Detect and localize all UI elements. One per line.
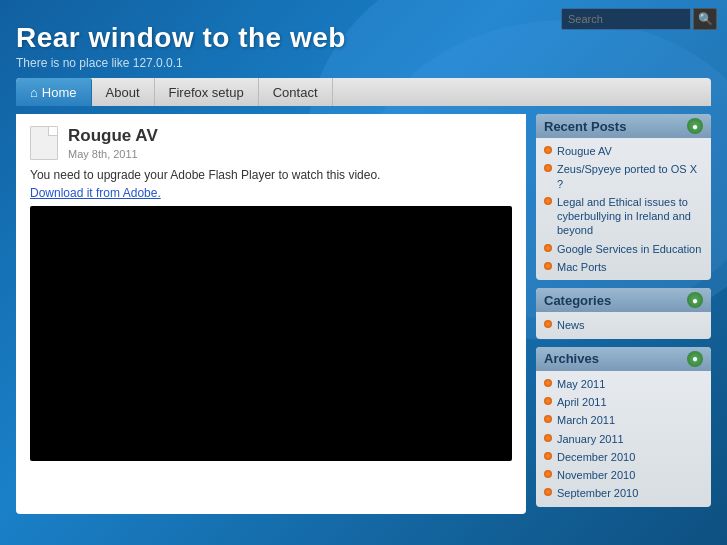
nav-label-firefox: Firefox setup (169, 85, 244, 100)
categories-icon: ● (687, 292, 703, 308)
nav-item-contact[interactable]: Contact (259, 78, 333, 106)
dot-icon (544, 320, 552, 328)
main-layout: Rougue AV May 8th, 2011 You need to upgr… (0, 114, 727, 514)
list-item[interactable]: News (544, 318, 703, 332)
dot-icon (544, 164, 552, 172)
list-item[interactable]: Legal and Ethical issues to cyberbullyin… (544, 195, 703, 238)
recent-posts-header: Recent Posts ● (536, 114, 711, 138)
archive-4: January 2011 (557, 432, 624, 446)
dot-icon (544, 244, 552, 252)
list-item[interactable]: Google Services in Education (544, 242, 703, 256)
list-item[interactable]: Zeus/Spyeye ported to OS X ? (544, 162, 703, 191)
nav-label-about: About (106, 85, 140, 100)
post-meta: Rougue AV May 8th, 2011 (68, 126, 158, 160)
video-player (30, 206, 512, 461)
archive-1: May 2011 (557, 377, 605, 391)
archives-body: May 2011 April 2011 March 2011 January 2… (536, 371, 711, 507)
video-download-link[interactable]: Download it from Adobe. (30, 186, 512, 200)
list-item[interactable]: March 2011 (544, 413, 703, 427)
dot-icon (544, 488, 552, 496)
nav-label-home: Home (42, 85, 77, 100)
dot-icon (544, 470, 552, 478)
recent-post-1: Rougue AV (557, 144, 612, 158)
sidebar: Recent Posts ● Rougue AV Zeus/Spyeye por… (536, 114, 711, 514)
list-item[interactable]: September 2010 (544, 486, 703, 500)
nav-item-firefox[interactable]: Firefox setup (155, 78, 259, 106)
header: 🔍 Rear window to the web There is no pla… (0, 0, 727, 78)
recent-post-2: Zeus/Spyeye ported to OS X ? (557, 162, 703, 191)
archive-3: March 2011 (557, 413, 615, 427)
archive-2: April 2011 (557, 395, 607, 409)
dot-icon (544, 197, 552, 205)
archive-6: November 2010 (557, 468, 635, 482)
nav-item-home[interactable]: ⌂ Home (16, 78, 92, 106)
list-item[interactable]: Mac Ports (544, 260, 703, 274)
list-item[interactable]: December 2010 (544, 450, 703, 464)
dot-icon (544, 146, 552, 154)
post-title: Rougue AV (68, 126, 158, 146)
site-subtitle: There is no place like 127.0.0.1 (16, 56, 711, 70)
search-icon: 🔍 (698, 12, 713, 26)
list-item[interactable]: November 2010 (544, 468, 703, 482)
list-item[interactable]: May 2011 (544, 377, 703, 391)
recent-posts-widget: Recent Posts ● Rougue AV Zeus/Spyeye por… (536, 114, 711, 280)
dot-icon (544, 262, 552, 270)
post-date: May 8th, 2011 (68, 148, 158, 160)
list-item[interactable]: Rougue AV (544, 144, 703, 158)
recent-post-3: Legal and Ethical issues to cyberbullyin… (557, 195, 703, 238)
recent-posts-title: Recent Posts (544, 119, 626, 134)
nav-item-about[interactable]: About (92, 78, 155, 106)
recent-post-5: Mac Ports (557, 260, 607, 274)
categories-title: Categories (544, 293, 611, 308)
search-button[interactable]: 🔍 (693, 8, 717, 30)
recent-posts-body: Rougue AV Zeus/Spyeye ported to OS X ? L… (536, 138, 711, 280)
home-icon: ⌂ (30, 85, 38, 100)
category-1: News (557, 318, 585, 332)
list-item[interactable]: January 2011 (544, 432, 703, 446)
categories-body: News (536, 312, 711, 338)
nav-label-contact: Contact (273, 85, 318, 100)
list-item[interactable]: April 2011 (544, 395, 703, 409)
search-bar: 🔍 (561, 8, 717, 30)
search-input[interactable] (561, 8, 691, 30)
archives-icon: ● (687, 351, 703, 367)
archives-header: Archives ● (536, 347, 711, 371)
categories-widget: Categories ● News (536, 288, 711, 338)
dot-icon (544, 415, 552, 423)
dot-icon (544, 379, 552, 387)
video-notice: You need to upgrade your Adobe Flash Pla… (30, 168, 512, 182)
categories-header: Categories ● (536, 288, 711, 312)
archive-5: December 2010 (557, 450, 635, 464)
post-icon (30, 126, 58, 160)
dot-icon (544, 434, 552, 442)
recent-posts-icon: ● (687, 118, 703, 134)
recent-post-4: Google Services in Education (557, 242, 701, 256)
archives-widget: Archives ● May 2011 April 2011 March 201… (536, 347, 711, 507)
dot-icon (544, 397, 552, 405)
nav-bar: ⌂ Home About Firefox setup Contact (16, 78, 711, 106)
archives-title: Archives (544, 351, 599, 366)
archive-7: September 2010 (557, 486, 638, 500)
post-header: Rougue AV May 8th, 2011 (30, 126, 512, 160)
dot-icon (544, 452, 552, 460)
content-area: Rougue AV May 8th, 2011 You need to upgr… (16, 114, 526, 514)
